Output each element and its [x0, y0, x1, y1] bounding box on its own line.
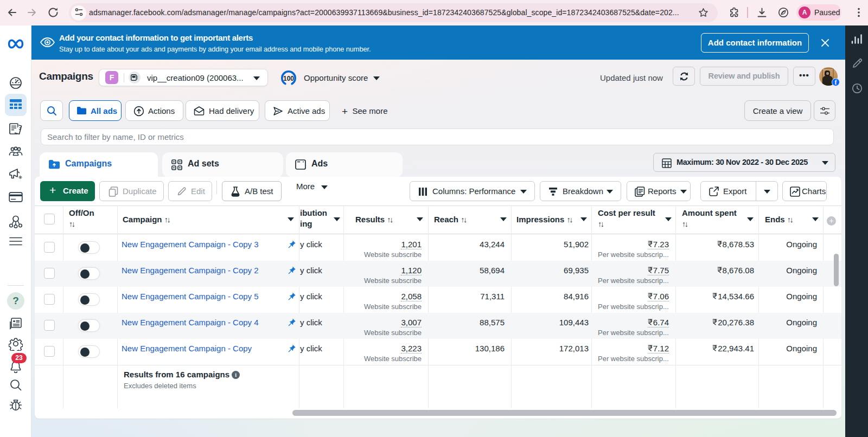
- svg-text:100: 100: [283, 75, 294, 82]
